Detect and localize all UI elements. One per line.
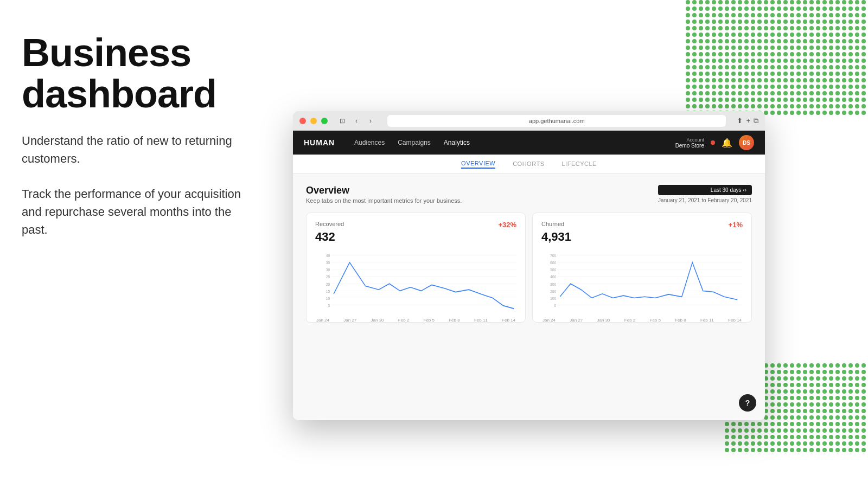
nav-audiences[interactable]: Audiences bbox=[348, 139, 391, 146]
left-content: Business dashboard Understand the ratio … bbox=[22, 33, 255, 256]
chart-recovered: 40 35 30 25 20 15 10 5 Jan 24 bbox=[315, 249, 516, 314]
svg-text:30: 30 bbox=[326, 267, 330, 272]
address-bar[interactable]: app.gethumanai.com bbox=[387, 115, 726, 127]
share-icon[interactable]: ⬆ bbox=[737, 117, 743, 125]
subtitle-1: Understand the ratio of new to returning… bbox=[22, 132, 255, 168]
x-axis-recovered: Jan 24 Jan 27 Jan 30 Feb 2 Feb 5 Feb 8 F… bbox=[315, 318, 516, 323]
svg-text:600: 600 bbox=[550, 260, 556, 265]
overview-title-area: Overview Keep tabs on the most important… bbox=[306, 185, 462, 204]
forward-icon[interactable]: › bbox=[365, 115, 376, 127]
app-content: Overview Keep tabs on the most important… bbox=[293, 174, 765, 420]
svg-text:10: 10 bbox=[326, 296, 330, 300]
traffic-light-red[interactable] bbox=[299, 118, 306, 124]
notification-dot bbox=[711, 140, 715, 145]
url-text: app.gethumanai.com bbox=[529, 118, 585, 124]
date-controls: Last 30 days ‹› January 21, 2021 to Febr… bbox=[658, 185, 752, 203]
traffic-light-yellow[interactable] bbox=[310, 118, 317, 124]
browser-right-icons: ⬆ + ⧉ bbox=[737, 117, 758, 125]
svg-text:0: 0 bbox=[554, 303, 557, 307]
date-label: January 21, 2021 to February 20, 2021 bbox=[658, 197, 752, 203]
metric-header-churned: Churned +1% bbox=[541, 221, 743, 229]
metric-label-recovered: Recovered bbox=[315, 221, 344, 227]
subtitle-2: Track the performance of your acquisitio… bbox=[22, 185, 255, 239]
date-range-button[interactable]: Last 30 days ‹› bbox=[658, 185, 752, 195]
tab-icon[interactable]: ⊡ bbox=[336, 115, 348, 127]
nav-analytics[interactable]: Analytics bbox=[437, 139, 476, 146]
overview-header: Overview Keep tabs on the most important… bbox=[306, 185, 752, 204]
avatar[interactable]: DS bbox=[739, 135, 754, 150]
metric-card-churned: Churned +1% 4,931 bbox=[532, 213, 752, 323]
metric-value-churned: 4,931 bbox=[541, 230, 743, 244]
account-label: Account bbox=[675, 137, 704, 143]
help-button[interactable]: ? bbox=[739, 394, 756, 412]
account-info: Account Demo Store bbox=[675, 137, 704, 149]
metric-label-churned: Churned bbox=[541, 221, 564, 227]
svg-text:700: 700 bbox=[550, 253, 556, 258]
svg-text:200: 200 bbox=[550, 288, 556, 293]
svg-text:500: 500 bbox=[550, 267, 556, 272]
browser-nav-icons: ⊡ ‹ › bbox=[336, 115, 376, 127]
metric-card-recovered: Recovered +32% 432 bbox=[306, 213, 526, 323]
nav-right: Account Demo Store 🔔 DS bbox=[675, 135, 754, 150]
page-title: Business dashboard bbox=[22, 33, 255, 114]
back-icon[interactable]: ‹ bbox=[350, 115, 362, 127]
nav-campaigns[interactable]: Campaigns bbox=[391, 139, 437, 146]
svg-text:400: 400 bbox=[550, 274, 556, 279]
bell-icon[interactable]: 🔔 bbox=[722, 138, 732, 148]
svg-text:25: 25 bbox=[326, 274, 330, 279]
overview-title: Overview bbox=[306, 185, 462, 196]
svg-text:40: 40 bbox=[326, 253, 330, 258]
account-name: Demo Store bbox=[675, 143, 704, 149]
chart-svg-recovered: 40 35 30 25 20 15 10 5 bbox=[315, 249, 516, 314]
x-axis-churned: Jan 24 Jan 27 Jan 30 Feb 2 Feb 5 Feb 8 F… bbox=[541, 318, 743, 323]
svg-text:300: 300 bbox=[550, 281, 556, 286]
chart-churned: 700 600 500 400 300 200 100 0 Jan 24 bbox=[541, 249, 743, 314]
new-tab-icon[interactable]: + bbox=[746, 117, 750, 125]
metric-header-recovered: Recovered +32% bbox=[315, 221, 516, 229]
chart-svg-churned: 700 600 500 400 300 200 100 0 bbox=[541, 249, 743, 314]
metric-change-recovered: +32% bbox=[498, 221, 516, 229]
sidebar-icon[interactable]: ⧉ bbox=[754, 117, 758, 125]
browser-window: ⊡ ‹ › app.gethumanai.com ⬆ + ⧉ HUMAN Aud… bbox=[293, 111, 765, 420]
sub-nav-cohorts[interactable]: COHORTS bbox=[513, 160, 544, 168]
svg-text:5: 5 bbox=[328, 303, 330, 307]
metrics-row: Recovered +32% 432 bbox=[306, 213, 752, 323]
svg-text:15: 15 bbox=[326, 288, 330, 293]
overview-subtitle: Keep tabs on the most important metrics … bbox=[306, 197, 462, 204]
svg-text:35: 35 bbox=[326, 260, 330, 265]
metric-value-recovered: 432 bbox=[315, 230, 516, 244]
sub-nav-lifecycle[interactable]: LIFECYCLE bbox=[561, 160, 596, 168]
metric-change-churned: +1% bbox=[729, 221, 743, 229]
app-logo: HUMAN bbox=[304, 138, 335, 147]
sub-nav: OVERVIEW COHORTS LIFECYCLE bbox=[293, 155, 765, 174]
traffic-light-green[interactable] bbox=[321, 118, 328, 124]
sub-nav-overview[interactable]: OVERVIEW bbox=[461, 160, 495, 169]
browser-chrome: ⊡ ‹ › app.gethumanai.com ⬆ + ⧉ bbox=[293, 111, 765, 131]
svg-text:100: 100 bbox=[550, 296, 556, 300]
svg-text:20: 20 bbox=[326, 281, 330, 286]
app-nav: HUMAN Audiences Campaigns Analytics Acco… bbox=[293, 131, 765, 155]
